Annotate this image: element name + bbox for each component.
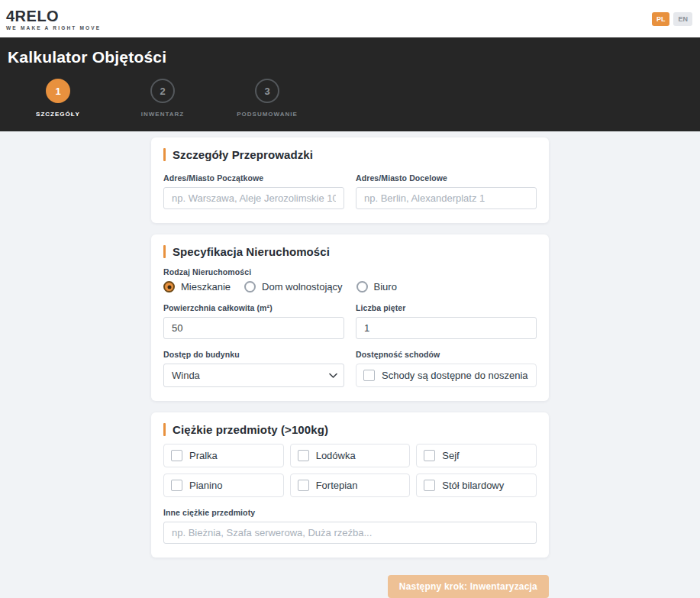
accent-bar [163, 245, 166, 258]
checkbox-label: Fortepian [316, 480, 358, 491]
chevron-down-icon [329, 373, 337, 378]
building-access-select[interactable]: Winda [163, 364, 344, 387]
other-heavy-items-input[interactable] [163, 522, 537, 544]
accent-bar [163, 148, 166, 161]
radio-unselected-icon [356, 281, 368, 293]
heavy-items-grid: Pralka Lodówka Sejf Pianino Fortepian St… [163, 444, 537, 497]
logo-text: 4RELO [6, 8, 101, 24]
radio-label: Dom wolnostojący [262, 281, 343, 293]
destination-address-label: Adres/Miasto Docelowe [356, 173, 537, 183]
checkbox-sejf[interactable]: Sejf [416, 444, 537, 467]
checkbox-label: Lodówka [316, 450, 356, 461]
checkbox-lodowka[interactable]: Lodówka [290, 444, 411, 467]
main-content: Szczegóły Przeprowadzki Adres/Miasto Poc… [151, 137, 549, 598]
property-type-radio-group: Mieszkanie Dom wolnostojący Biuro [163, 281, 537, 293]
footer-actions: Następny krok: Inwentaryzacja [151, 575, 549, 598]
stairs-checkbox-option[interactable]: Schody są dostępne do noszenia [356, 364, 537, 387]
building-access-label: Dostęp do budynku [163, 350, 344, 359]
checkbox-label: Pianino [189, 480, 222, 491]
card-property-spec: Specyfikacja Nieruchomości Rodzaj Nieruc… [151, 234, 549, 401]
radio-label: Biuro [374, 281, 397, 293]
radio-biuro[interactable]: Biuro [356, 281, 397, 293]
step-3-circle: 3 [255, 79, 279, 103]
card-title: Ciężkie przedmioty (>100kg) [173, 423, 328, 436]
step-1-circle: 1 [46, 79, 70, 103]
accent-bar [163, 423, 166, 436]
checkbox-label: Stół bilardowy [442, 480, 504, 491]
lang-pl-button[interactable]: PL [652, 12, 670, 26]
radio-mieszkanie[interactable]: Mieszkanie [163, 281, 231, 293]
checkbox-icon [424, 450, 435, 461]
origin-address-input[interactable] [163, 187, 344, 209]
checkbox-icon [298, 480, 309, 491]
step-2-circle: 2 [150, 79, 175, 103]
checkbox-pralka[interactable]: Pralka [163, 444, 284, 467]
card-title: Szczegóły Przeprowadzki [173, 148, 313, 161]
checkbox-pianino[interactable]: Pianino [163, 474, 284, 497]
lang-en-button[interactable]: EN [673, 12, 692, 26]
checkbox-label: Pralka [189, 450, 218, 461]
logo-tagline: WE MAKE A RIGHT MOVE [6, 26, 101, 31]
card-moving-details: Szczegóły Przeprowadzki Adres/Miasto Poc… [151, 137, 549, 223]
total-area-label: Powierzchnia całkowita (m²) [163, 303, 344, 312]
checkbox-label: Sejf [442, 450, 459, 461]
card-heading: Szczegóły Przeprowadzki [163, 148, 537, 161]
radio-selected-icon [163, 281, 175, 293]
checkbox-stol-bilardowy[interactable]: Stół bilardowy [416, 474, 537, 497]
checkbox-label: Schody są dostępne do noszenia [382, 370, 528, 381]
card-heading: Specyfikacja Nieruchomości [163, 245, 537, 258]
destination-address-input[interactable] [356, 187, 537, 209]
origin-address-label: Adres/Miasto Początkowe [163, 173, 344, 183]
step-1-label: SZCZEGÓŁY [36, 111, 80, 118]
floors-input[interactable] [356, 317, 537, 339]
step-inwentarz[interactable]: 2 INWENTARZ [127, 79, 198, 118]
stairs-availability-label: Dostępność schodów [356, 350, 537, 359]
next-step-button[interactable]: Następny krok: Inwentaryzacja [388, 575, 549, 598]
total-area-input[interactable] [163, 317, 344, 339]
checkbox-icon [363, 370, 375, 381]
progress-stepper: 1 SZCZEGÓŁY 2 INWENTARZ 3 PODSUMOWANIE [8, 79, 692, 118]
page-title: Kalkulator Objętości [8, 48, 692, 66]
language-switcher: PL EN [652, 12, 692, 26]
step-2-label: INWENTARZ [141, 111, 184, 118]
other-heavy-items-label: Inne ciężkie przedmioty [163, 508, 537, 517]
step-szczegoly[interactable]: 1 SZCZEGÓŁY [23, 79, 93, 118]
checkbox-icon [424, 480, 435, 491]
step-podsumowanie[interactable]: 3 PODSUMOWANIE [232, 79, 302, 118]
step-3-label: PODSUMOWANIE [237, 111, 298, 118]
radio-unselected-icon [244, 281, 256, 293]
checkbox-icon [298, 450, 309, 461]
brand-logo: 4RELO WE MAKE A RIGHT MOVE [6, 7, 101, 31]
card-heading: Ciężkie przedmioty (>100kg) [163, 423, 537, 436]
checkbox-fortepian[interactable]: Fortepian [290, 474, 411, 497]
card-title: Specyfikacja Nieruchomości [173, 245, 330, 258]
card-heavy-items: Ciężkie przedmioty (>100kg) Pralka Lodów… [151, 412, 549, 558]
selected-option-text: Winda [172, 370, 200, 381]
radio-dom-wolnostojacy[interactable]: Dom wolnostojący [244, 281, 343, 293]
floors-label: Liczba pięter [356, 303, 537, 312]
property-type-label: Rodzaj Nieruchomości [163, 267, 537, 276]
checkbox-icon [171, 450, 182, 461]
top-bar: 4RELO WE MAKE A RIGHT MOVE PL EN [0, 0, 700, 37]
checkbox-icon [171, 480, 182, 491]
radio-label: Mieszkanie [181, 281, 231, 293]
hero-header: Kalkulator Objętości 1 SZCZEGÓŁY 2 INWEN… [0, 37, 700, 131]
